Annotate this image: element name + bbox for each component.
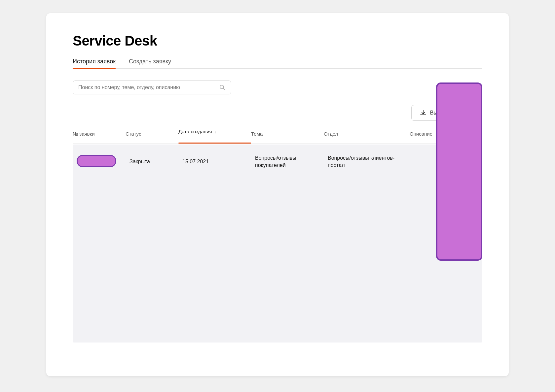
search-box: [73, 81, 231, 94]
col-ticket-num: № заявки: [73, 131, 126, 137]
search-input[interactable]: [78, 84, 219, 90]
cell-department: Вопросы/отзывы клиентов-портал: [324, 154, 410, 169]
cell-status: Закрыта: [126, 159, 178, 165]
table-container: № заявки Статус Дата создания ↓ Тема Отд…: [73, 129, 482, 343]
table-row[interactable]: Закрыта 15.07.2021 Вопросы/отзывы покупа…: [73, 145, 482, 179]
search-row: [73, 81, 482, 94]
svg-line-1: [223, 88, 225, 90]
tab-create[interactable]: Создать заявку: [129, 58, 171, 68]
cell-date: 15.07.2021: [178, 159, 251, 165]
col-department: Отдел: [324, 131, 410, 137]
search-icon: [219, 84, 226, 91]
toolbar-row: Выгрузить в Excel: [73, 105, 482, 121]
tabs-bar: История заявок Создать заявку: [73, 58, 482, 69]
page-container: Service Desk История заявок Создать заяв…: [46, 13, 509, 376]
col-topic: Тема: [251, 131, 324, 137]
cell-topic: Вопросы/отзывы покупателей: [251, 154, 324, 169]
cell-ticket-num: [73, 155, 126, 169]
description-block: [436, 82, 482, 261]
table-body: Закрыта 15.07.2021 Вопросы/отзывы покупа…: [73, 145, 482, 343]
col-date-created[interactable]: Дата создания ↓: [178, 129, 251, 139]
ticket-id-badge: [77, 155, 116, 167]
tab-history[interactable]: История заявок: [73, 58, 116, 68]
table-header: № заявки Статус Дата создания ↓ Тема Отд…: [73, 129, 482, 144]
sort-arrow-icon: ↓: [214, 129, 216, 134]
download-icon: [420, 109, 427, 116]
col-status: Статус: [126, 131, 178, 137]
page-title: Service Desk: [73, 33, 482, 49]
